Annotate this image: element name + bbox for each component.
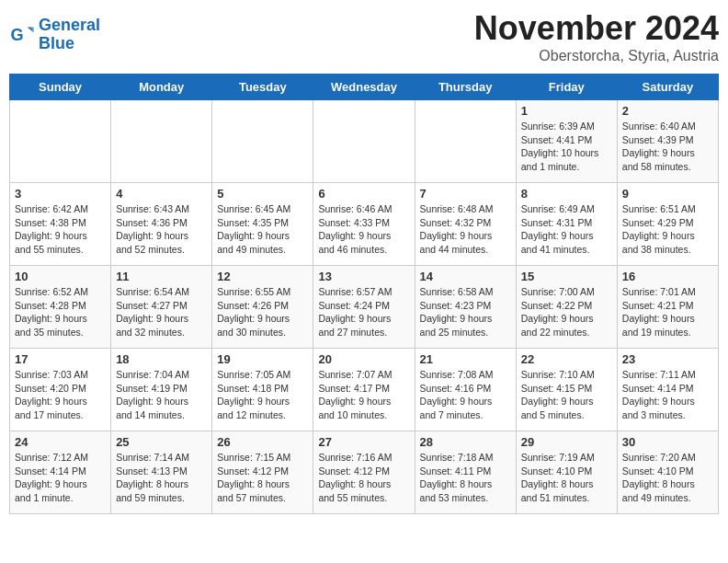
calendar-cell: 1Sunrise: 6:39 AM Sunset: 4:41 PM Daylig… <box>516 100 617 183</box>
svg-text:G: G <box>10 25 23 43</box>
calendar-cell: 6Sunrise: 6:46 AM Sunset: 4:33 PM Daylig… <box>313 183 415 266</box>
calendar-cell: 24Sunrise: 7:12 AM Sunset: 4:14 PM Dayli… <box>10 431 111 514</box>
calendar-cell: 4Sunrise: 6:43 AM Sunset: 4:36 PM Daylig… <box>111 183 212 266</box>
calendar-cell: 25Sunrise: 7:14 AM Sunset: 4:13 PM Dayli… <box>111 431 212 514</box>
day-number: 5 <box>217 187 308 201</box>
day-number: 19 <box>217 352 308 366</box>
day-number: 8 <box>521 187 612 201</box>
column-header-sunday: Sunday <box>10 75 111 100</box>
month-title: November 2024 <box>474 9 719 48</box>
calendar-cell: 23Sunrise: 7:11 AM Sunset: 4:14 PM Dayli… <box>617 349 718 431</box>
day-info: Sunrise: 7:16 AM Sunset: 4:12 PM Dayligh… <box>318 451 409 505</box>
day-info: Sunrise: 6:45 AM Sunset: 4:35 PM Dayligh… <box>217 202 308 257</box>
calendar-cell <box>415 100 516 183</box>
day-number: 21 <box>420 352 511 366</box>
location-subtitle: Oberstorcha, Styria, Austria <box>474 48 719 64</box>
day-info: Sunrise: 7:11 AM Sunset: 4:14 PM Dayligh… <box>622 368 713 422</box>
logo-line2: Blue <box>39 34 74 52</box>
day-info: Sunrise: 7:04 AM Sunset: 4:19 PM Dayligh… <box>116 368 207 422</box>
day-info: Sunrise: 6:57 AM Sunset: 4:24 PM Dayligh… <box>318 285 409 339</box>
calendar-cell: 5Sunrise: 6:45 AM Sunset: 4:35 PM Daylig… <box>212 183 313 266</box>
day-number: 25 <box>116 435 207 449</box>
day-info: Sunrise: 6:42 AM Sunset: 4:38 PM Dayligh… <box>15 202 106 257</box>
day-number: 15 <box>521 270 612 283</box>
calendar-cell <box>111 100 212 183</box>
day-info: Sunrise: 6:40 AM Sunset: 4:39 PM Dayligh… <box>622 120 713 174</box>
calendar-cell: 30Sunrise: 7:20 AM Sunset: 4:10 PM Dayli… <box>617 431 718 514</box>
calendar-cell: 2Sunrise: 6:40 AM Sunset: 4:39 PM Daylig… <box>617 100 718 183</box>
day-number: 7 <box>420 187 511 201</box>
day-number: 1 <box>521 104 612 118</box>
day-info: Sunrise: 6:46 AM Sunset: 4:33 PM Dayligh… <box>318 202 409 257</box>
calendar-cell: 26Sunrise: 7:15 AM Sunset: 4:12 PM Dayli… <box>212 431 313 514</box>
day-info: Sunrise: 7:20 AM Sunset: 4:10 PM Dayligh… <box>622 451 713 505</box>
day-number: 27 <box>318 435 409 449</box>
day-info: Sunrise: 7:07 AM Sunset: 4:17 PM Dayligh… <box>318 368 409 422</box>
column-header-saturday: Saturday <box>617 75 718 100</box>
day-number: 18 <box>116 352 207 366</box>
calendar-cell: 20Sunrise: 7:07 AM Sunset: 4:17 PM Dayli… <box>313 349 415 431</box>
calendar-cell: 14Sunrise: 6:58 AM Sunset: 4:23 PM Dayli… <box>415 266 516 349</box>
logo-text: General Blue <box>39 17 100 53</box>
day-info: Sunrise: 7:18 AM Sunset: 4:11 PM Dayligh… <box>420 451 511 505</box>
day-info: Sunrise: 6:51 AM Sunset: 4:29 PM Dayligh… <box>622 202 713 257</box>
day-info: Sunrise: 7:10 AM Sunset: 4:15 PM Dayligh… <box>521 368 612 422</box>
day-info: Sunrise: 6:43 AM Sunset: 4:36 PM Dayligh… <box>116 202 207 257</box>
calendar-cell: 13Sunrise: 6:57 AM Sunset: 4:24 PM Dayli… <box>313 266 415 349</box>
calendar-cell: 9Sunrise: 6:51 AM Sunset: 4:29 PM Daylig… <box>617 183 718 266</box>
logo-line1: General <box>39 16 100 34</box>
day-info: Sunrise: 6:58 AM Sunset: 4:23 PM Dayligh… <box>420 285 511 339</box>
calendar-header-row: SundayMondayTuesdayWednesdayThursdayFrid… <box>10 75 719 100</box>
calendar-week-row: 17Sunrise: 7:03 AM Sunset: 4:20 PM Dayli… <box>10 349 719 431</box>
calendar-table: SundayMondayTuesdayWednesdayThursdayFrid… <box>9 74 719 514</box>
calendar-cell: 18Sunrise: 7:04 AM Sunset: 4:19 PM Dayli… <box>111 349 212 431</box>
logo: G General Blue <box>9 17 100 53</box>
day-number: 9 <box>622 187 713 201</box>
column-header-friday: Friday <box>516 75 617 100</box>
day-number: 17 <box>15 352 106 366</box>
calendar-cell: 12Sunrise: 6:55 AM Sunset: 4:26 PM Dayli… <box>212 266 313 349</box>
calendar-cell <box>10 100 111 183</box>
calendar-cell: 21Sunrise: 7:08 AM Sunset: 4:16 PM Dayli… <box>415 349 516 431</box>
day-number: 12 <box>217 270 308 283</box>
calendar-cell <box>212 100 313 183</box>
column-header-wednesday: Wednesday <box>313 75 415 100</box>
calendar-cell: 15Sunrise: 7:00 AM Sunset: 4:22 PM Dayli… <box>516 266 617 349</box>
day-number: 11 <box>116 270 207 283</box>
calendar-cell: 8Sunrise: 6:49 AM Sunset: 4:31 PM Daylig… <box>516 183 617 266</box>
calendar-cell <box>313 100 415 183</box>
day-number: 16 <box>622 270 713 283</box>
column-header-tuesday: Tuesday <box>212 75 313 100</box>
day-number: 23 <box>622 352 713 366</box>
day-number: 30 <box>622 435 713 449</box>
calendar-cell: 10Sunrise: 6:52 AM Sunset: 4:28 PM Dayli… <box>10 266 111 349</box>
day-number: 20 <box>318 352 409 366</box>
calendar-week-row: 3Sunrise: 6:42 AM Sunset: 4:38 PM Daylig… <box>10 183 719 266</box>
day-info: Sunrise: 7:00 AM Sunset: 4:22 PM Dayligh… <box>521 285 612 339</box>
calendar-week-row: 1Sunrise: 6:39 AM Sunset: 4:41 PM Daylig… <box>10 100 719 183</box>
calendar-cell: 22Sunrise: 7:10 AM Sunset: 4:15 PM Dayli… <box>516 349 617 431</box>
calendar-cell: 29Sunrise: 7:19 AM Sunset: 4:10 PM Dayli… <box>516 431 617 514</box>
day-info: Sunrise: 7:19 AM Sunset: 4:10 PM Dayligh… <box>521 451 612 505</box>
day-number: 22 <box>521 352 612 366</box>
day-number: 26 <box>217 435 308 449</box>
calendar-cell: 28Sunrise: 7:18 AM Sunset: 4:11 PM Dayli… <box>415 431 516 514</box>
day-info: Sunrise: 7:03 AM Sunset: 4:20 PM Dayligh… <box>15 368 106 422</box>
calendar-cell: 27Sunrise: 7:16 AM Sunset: 4:12 PM Dayli… <box>313 431 415 514</box>
day-info: Sunrise: 6:54 AM Sunset: 4:27 PM Dayligh… <box>116 285 207 339</box>
calendar-week-row: 24Sunrise: 7:12 AM Sunset: 4:14 PM Dayli… <box>10 431 719 514</box>
day-info: Sunrise: 7:08 AM Sunset: 4:16 PM Dayligh… <box>420 368 511 422</box>
day-info: Sunrise: 6:52 AM Sunset: 4:28 PM Dayligh… <box>15 285 106 339</box>
calendar-cell: 16Sunrise: 7:01 AM Sunset: 4:21 PM Dayli… <box>617 266 718 349</box>
day-info: Sunrise: 7:14 AM Sunset: 4:13 PM Dayligh… <box>116 451 207 505</box>
day-number: 4 <box>116 187 207 201</box>
column-header-monday: Monday <box>111 75 212 100</box>
day-info: Sunrise: 6:39 AM Sunset: 4:41 PM Dayligh… <box>521 120 612 174</box>
day-number: 3 <box>15 187 106 201</box>
logo-icon: G <box>9 22 35 48</box>
header: G General Blue November 2024 Oberstorcha… <box>9 9 719 64</box>
day-number: 2 <box>622 104 713 118</box>
day-number: 24 <box>15 435 106 449</box>
calendar-cell: 11Sunrise: 6:54 AM Sunset: 4:27 PM Dayli… <box>111 266 212 349</box>
day-number: 13 <box>318 270 409 283</box>
